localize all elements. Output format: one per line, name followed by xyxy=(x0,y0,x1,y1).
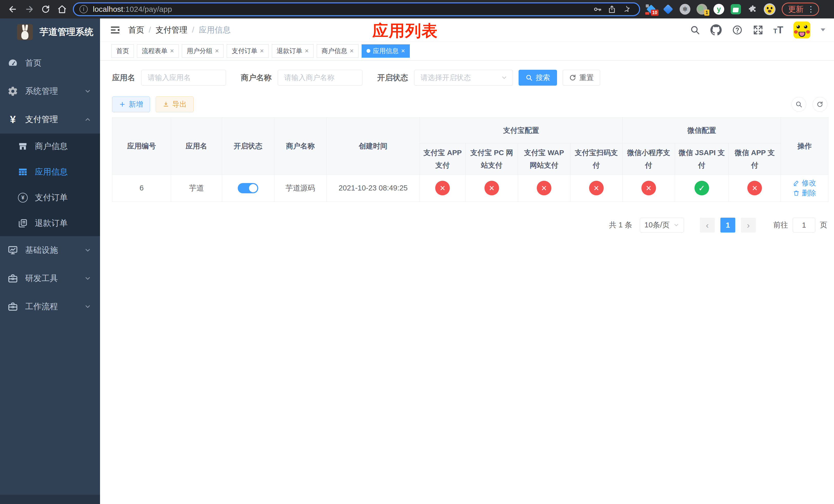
col-group-wechat: 微信配置 xyxy=(622,118,781,143)
extension-vue-icon[interactable]: y xyxy=(713,3,725,15)
avatar-dropdown-caret[interactable] xyxy=(821,28,825,31)
sidebar-item-payment[interactable]: ¥ 支付管理 xyxy=(0,105,100,134)
browser-update-button[interactable]: 更新 ⋮ xyxy=(782,3,819,16)
extension-green-dot-icon[interactable]: 1 xyxy=(696,3,708,15)
add-button[interactable]: 新增 xyxy=(112,96,150,112)
browser-profile-avatar[interactable] xyxy=(764,3,775,15)
browser-menu-icon[interactable]: ⋮ xyxy=(807,5,815,13)
status-toggle[interactable] xyxy=(238,183,258,193)
sidebar-collapse-icon[interactable] xyxy=(110,25,120,36)
col-alipay-pc: 支付宝 PC 网站支付 xyxy=(465,143,518,175)
tab-pay-order[interactable]: 支付订单× xyxy=(227,44,268,58)
col-alipay-scan: 支付宝扫码支付 xyxy=(570,143,622,175)
extensions-puzzle-icon[interactable] xyxy=(747,3,759,15)
cell-alipay-wap xyxy=(518,175,570,202)
app-table: 应用编号 应用名 开启状态 商户名称 创建时间 支付宝配置 微信配置 操作 支付… xyxy=(112,117,828,202)
tab-refund-order[interactable]: 退款订单× xyxy=(272,44,314,58)
app-name-input[interactable] xyxy=(141,70,226,86)
next-page-button[interactable]: › xyxy=(741,217,756,232)
sidebar-menu: 首页 系统管理 ¥ 支付管理 xyxy=(0,49,100,321)
goto-page-input[interactable] xyxy=(793,217,815,232)
grid-table-icon xyxy=(18,167,28,177)
config-status-icon xyxy=(695,181,709,196)
refresh-table-button[interactable] xyxy=(812,97,827,112)
url-path: :1024/pay/app xyxy=(123,5,172,13)
extension-translate-icon[interactable]: 10 xyxy=(645,3,657,15)
search-button[interactable]: 搜索 xyxy=(519,70,557,86)
tab-label: 商户信息 xyxy=(322,47,347,55)
sidebar-item-infrastructure[interactable]: 基础设施 xyxy=(0,236,100,264)
tab-close-icon[interactable]: × xyxy=(170,47,174,54)
edit-label: 修改 xyxy=(802,178,816,188)
sidebar-item-pay-order[interactable]: ¥ 支付订单 xyxy=(0,185,100,210)
toggle-search-button[interactable] xyxy=(791,97,806,112)
sidebar-item-dev-tools[interactable]: 研发工具 xyxy=(0,264,100,293)
sidebar-item-app-info[interactable]: 应用信息 xyxy=(0,159,100,185)
edit-link[interactable]: 修改 xyxy=(793,178,816,188)
status-select[interactable]: 请选择开启状态 xyxy=(414,70,513,86)
fullscreen-icon[interactable] xyxy=(753,25,763,35)
tab-merchant-info[interactable]: 商户信息× xyxy=(317,44,358,58)
cell-wechat-mini xyxy=(622,175,675,202)
reset-button-label: 重置 xyxy=(579,73,594,83)
breadcrumb-current: 应用信息 xyxy=(199,25,231,36)
extension-wechat-devtools-icon[interactable] xyxy=(730,3,742,15)
delete-link[interactable]: 删除 xyxy=(793,188,816,198)
page-content: 应用名 商户名称 开启状态 请选择开启状态 搜索 重置 xyxy=(100,61,834,504)
url-bar[interactable]: i localhost:1024/pay/app xyxy=(73,2,640,16)
page-size-value: 10条/页 xyxy=(644,220,670,230)
sidebar-item-workflow[interactable]: 工作流程 xyxy=(0,293,100,321)
breadcrumb-home[interactable]: 首页 xyxy=(128,25,144,36)
export-button[interactable]: 导出 xyxy=(156,96,194,112)
sidebar-item-label: 应用信息 xyxy=(35,166,68,178)
delete-label: 删除 xyxy=(802,188,816,198)
status-select-placeholder: 请选择开启状态 xyxy=(421,73,501,83)
bookmark-star-icon[interactable] xyxy=(619,5,633,14)
font-size-icon[interactable]: TT xyxy=(773,25,784,35)
sidebar-logo[interactable]: 芋道管理系统 xyxy=(0,19,100,45)
cell-alipay-scan xyxy=(570,175,622,202)
github-icon[interactable] xyxy=(710,24,722,36)
sidebar-item-home[interactable]: 首页 xyxy=(0,49,100,77)
prev-page-button[interactable]: ‹ xyxy=(700,217,715,232)
config-status-icon xyxy=(435,181,450,196)
sidebar-item-refund-order[interactable]: 退款订单 xyxy=(0,210,100,236)
tab-close-icon[interactable]: × xyxy=(401,47,405,54)
tab-close-icon[interactable]: × xyxy=(350,47,354,54)
pagination-total: 共 1 条 xyxy=(609,220,632,230)
sidebar-item-system[interactable]: 系统管理 xyxy=(0,77,100,105)
reset-button[interactable]: 重置 xyxy=(563,70,600,86)
sidebar-collapse-strip[interactable] xyxy=(0,495,100,504)
help-icon[interactable] xyxy=(732,25,743,36)
browser-home-icon[interactable] xyxy=(54,2,70,17)
browser-forward-icon[interactable] xyxy=(21,2,38,17)
site-info-icon[interactable]: i xyxy=(80,5,88,13)
search-icon[interactable] xyxy=(690,25,700,35)
breadcrumb-payment[interactable]: 支付管理 xyxy=(156,25,188,36)
cell-merchant: 芋道源码 xyxy=(274,175,327,202)
browser-reload-icon[interactable] xyxy=(38,2,54,17)
merchant-name-input[interactable] xyxy=(278,70,363,86)
url-host: localhost xyxy=(93,5,123,13)
user-avatar[interactable] xyxy=(793,22,810,39)
tab-app-info[interactable]: 应用信息× xyxy=(361,44,410,58)
tab-label: 应用信息 xyxy=(373,47,398,55)
config-status-icon xyxy=(747,181,762,196)
tab-process-form[interactable]: 流程表单× xyxy=(137,44,179,58)
page-size-select[interactable]: 10条/页 xyxy=(640,217,684,232)
share-icon[interactable] xyxy=(605,5,619,14)
tab-close-icon[interactable]: × xyxy=(260,47,264,54)
password-key-icon[interactable] xyxy=(590,5,605,14)
url-text: localhost:1024/pay/app xyxy=(93,5,590,14)
tab-user-group[interactable]: 用户分组× xyxy=(182,44,224,58)
current-page-button[interactable]: 1 xyxy=(720,217,735,232)
export-button-label: 导出 xyxy=(172,99,187,109)
browser-back-icon[interactable] xyxy=(5,2,21,17)
refresh-icon xyxy=(569,74,576,81)
extension-gray-icon[interactable]: ✻ xyxy=(679,3,691,15)
tab-home[interactable]: 首页 xyxy=(111,44,134,58)
sidebar-item-merchant-info[interactable]: 商户信息 xyxy=(0,134,100,159)
tab-close-icon[interactable]: × xyxy=(215,47,219,54)
tab-close-icon[interactable]: × xyxy=(305,47,309,54)
extension-gem-icon[interactable] xyxy=(662,3,674,15)
